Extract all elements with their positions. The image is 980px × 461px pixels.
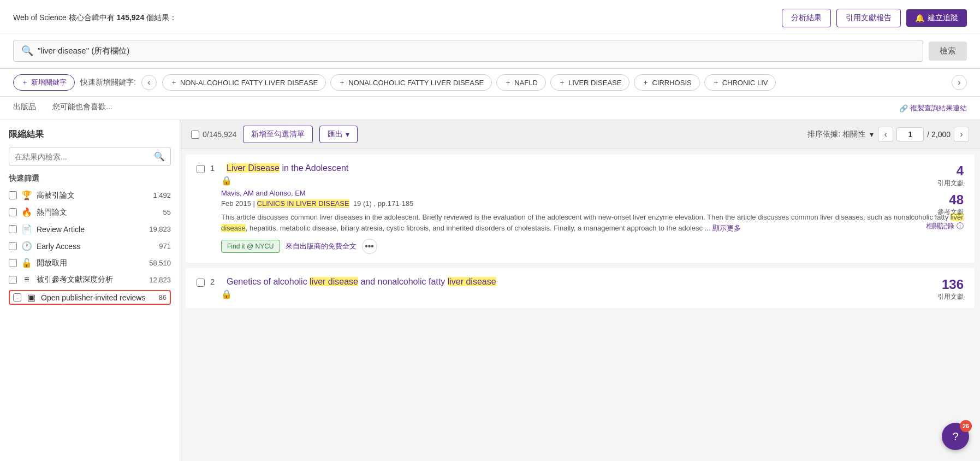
result-1-record-link[interactable]: 相關記錄 ⓘ: [926, 222, 964, 230]
track-button[interactable]: 🔔 建立追蹤: [906, 9, 967, 27]
tab-recommendations[interactable]: 您可能也會喜歡...: [52, 102, 112, 114]
search-input[interactable]: [38, 46, 915, 56]
kw-pill-0[interactable]: ＋ NON-ALCOHOLIC FATTY LIVER DISEASE: [162, 74, 326, 91]
lock-open-icon: 🔓: [21, 258, 32, 268]
more-actions-button[interactable]: •••: [362, 239, 377, 254]
filter-highly-cited-label: 高被引論文: [37, 191, 149, 200]
result-1-references-wrap: 48 參考文獻: [926, 192, 964, 217]
result-2-checkbox[interactable]: [197, 279, 205, 287]
search-button[interactable]: 檢索: [929, 42, 967, 61]
kw-pill-5[interactable]: ＋ CHRONIC LIV: [704, 74, 776, 91]
filter-hot-paper-checkbox[interactable]: [9, 208, 17, 216]
add-keyword-button[interactable]: ＋ 新增關鍵字: [13, 74, 75, 91]
author-alonso[interactable]: Alonso, EM: [269, 189, 305, 197]
fast-filter-title: 快速篩選: [9, 174, 171, 184]
result-item-1: 1 Liver Disease in the Adolescent 🔒 Mavi…: [186, 155, 975, 263]
header-title: Web of Science 核心合輯中有 145,924 個結果：: [13, 13, 177, 23]
result-1-lock-icon: 🔒: [221, 176, 232, 185]
export-button[interactable]: 匯出 ▾: [319, 126, 358, 143]
filter-deep-analysis: ≡ 被引參考文獻深度分析 12,823: [9, 274, 171, 286]
result-2-citation-count: 136: [937, 277, 964, 292]
header-title-prefix: Web of Science 核心合輯中有: [13, 13, 115, 22]
filter-early-access-count: 971: [159, 242, 171, 250]
result-1-show-more[interactable]: ... 顯示更多: [705, 224, 741, 232]
analyze-button[interactable]: 分析結果: [782, 9, 831, 27]
result-1-checkbox[interactable]: [197, 165, 205, 173]
filter-hot-paper: 🔥 熱門論文 55: [9, 206, 171, 218]
filter-publisher-reviews-count: 86: [159, 293, 167, 302]
result-2-stats: 136 引用文獻: [937, 277, 964, 302]
filter-review-article-label: Review Article: [37, 225, 145, 234]
sort-chevron-icon: ▾: [870, 130, 874, 139]
result-1-record-wrap: 相關記錄 ⓘ: [926, 221, 964, 231]
result-1-title[interactable]: Liver Disease in the Adolescent: [227, 163, 348, 173]
add-to-list-button[interactable]: 新增至勾選清單: [243, 126, 313, 143]
result-1-header: 1 Liver Disease in the Adolescent: [197, 163, 964, 173]
chat-bubble[interactable]: 26 ?: [942, 423, 969, 450]
result-count: 145,924: [117, 13, 145, 22]
result-2-title-wrap: Genetics of alcoholic liver disease and …: [227, 277, 496, 287]
results-toolbar: 0/145,924 新增至勾選清單 匯出 ▾ 排序依據: 相關性 ▾ ‹ / 2…: [180, 120, 980, 149]
select-all-checkbox[interactable]: [191, 131, 199, 139]
filter-early-access-checkbox[interactable]: [9, 242, 17, 250]
filter-deep-analysis-checkbox[interactable]: [9, 276, 17, 284]
result-item-2: 2 Genetics of alcoholic liver disease an…: [186, 268, 975, 308]
citation-report-button[interactable]: 引用文獻報告: [836, 9, 901, 27]
results-area: 0/145,924 新增至勾選清單 匯出 ▾ 排序依據: 相關性 ▾ ‹ / 2…: [180, 120, 980, 461]
result-1-actions: Find it @ NYCU 來自出版商的免費全文 •••: [221, 239, 964, 254]
result-2-header: 2 Genetics of alcoholic liver disease an…: [197, 277, 964, 287]
sidebar: 限縮結果 🔍 快速篩選 🏆 高被引論文 1,492 🔥 熱門論文 55 📄 Re…: [0, 120, 180, 461]
result-1-number: 1: [210, 163, 221, 173]
result-1-authors: Mavis, AM and Alonso, EM: [221, 189, 964, 197]
kw-prev-button[interactable]: ‹: [141, 75, 157, 90]
result-1-reference-count: 48: [926, 192, 964, 208]
plus-icon: ＋: [21, 78, 28, 87]
result-1-title-wrap: Liver Disease in the Adolescent: [227, 163, 348, 173]
result-2-lock-icon: 🔒: [221, 289, 232, 299]
kw-pill-2[interactable]: ＋ NAFLD: [496, 74, 546, 91]
results-toolbar-right: 排序依據: 相關性 ▾ ‹ / 2,000 ›: [807, 127, 969, 142]
filter-open-access-checkbox[interactable]: [9, 259, 17, 267]
find-it-button[interactable]: Find it @ NYCU: [221, 240, 280, 253]
free-full-text-link[interactable]: 來自出版商的免費全文: [286, 241, 357, 251]
kw-pill-3[interactable]: ＋ LIVER DISEASE: [550, 74, 630, 91]
result-2-title[interactable]: Genetics of alcoholic liver disease and …: [227, 277, 496, 286]
sub-header-tabs: 出版品 您可能也會喜歡...: [13, 102, 112, 114]
kw-next-button[interactable]: ›: [952, 75, 967, 90]
filter-review-article-checkbox[interactable]: [9, 225, 17, 233]
list-icon: ≡: [21, 275, 32, 285]
search-input-wrap: 🔍: [13, 40, 923, 62]
filter-publisher-reviews-checkbox[interactable]: [13, 293, 21, 302]
table-icon: ▣: [26, 292, 37, 303]
filter-highly-cited-count: 1,492: [153, 191, 171, 199]
result-1-citations-wrap: 4 引用文獻: [926, 163, 964, 188]
copy-link[interactable]: 🔗 複製查詢結果連結: [899, 103, 967, 113]
result-1-citations-label: 引用文獻: [926, 179, 964, 188]
result-1-stats: 4 引用文獻 48 參考文獻 相關記錄 ⓘ: [926, 163, 964, 231]
tab-publications[interactable]: 出版品: [13, 102, 36, 114]
search-bar: 🔍 檢索: [0, 33, 980, 69]
filter-highly-cited-checkbox[interactable]: [9, 191, 17, 199]
sub-header: 出版品 您可能也會喜歡... 🔗 複製查詢結果連結: [0, 97, 980, 120]
kw-pill-1[interactable]: ＋ NONALCOHOLIC FATTY LIVER DISEASE: [330, 74, 492, 91]
page-prev-button[interactable]: ‹: [878, 127, 893, 142]
journal-clinics[interactable]: CLINICS IN LIVER DISEASE: [257, 199, 349, 208]
sidebar-search-input[interactable]: [15, 152, 154, 161]
sort-label: 排序依據: 相關性: [807, 129, 865, 139]
page-next-button[interactable]: ›: [954, 127, 969, 142]
result-1-references-label: 參考文獻: [926, 208, 964, 217]
filter-open-access: 🔓 開放取用 58,510: [9, 257, 171, 269]
quick-keywords-bar: ＋ 新增關鍵字 快速新增關鍵字: ‹ ＋ NON-ALCOHOLIC FATTY…: [0, 69, 980, 97]
filter-open-access-label: 開放取用: [37, 258, 145, 268]
filter-review-article-count: 19,823: [149, 225, 171, 233]
result-1-journal: Feb 2015 | CLINICS IN LIVER DISEASE 19 (…: [221, 199, 964, 208]
author-mavis[interactable]: Mavis, AM: [221, 189, 254, 197]
page-input[interactable]: [896, 127, 924, 141]
kw-pill-4[interactable]: ＋ CIRRHOSIS: [634, 74, 699, 91]
filter-deep-analysis-count: 12,823: [149, 276, 171, 284]
filter-review-article: 📄 Review Article 19,823: [9, 223, 171, 235]
header-title-suffix: 個結果：: [146, 13, 177, 22]
page-total: / 2,000: [927, 130, 951, 139]
filter-early-access: 🕐 Early Access 971: [9, 240, 171, 252]
trophy-icon: 🏆: [21, 190, 32, 200]
